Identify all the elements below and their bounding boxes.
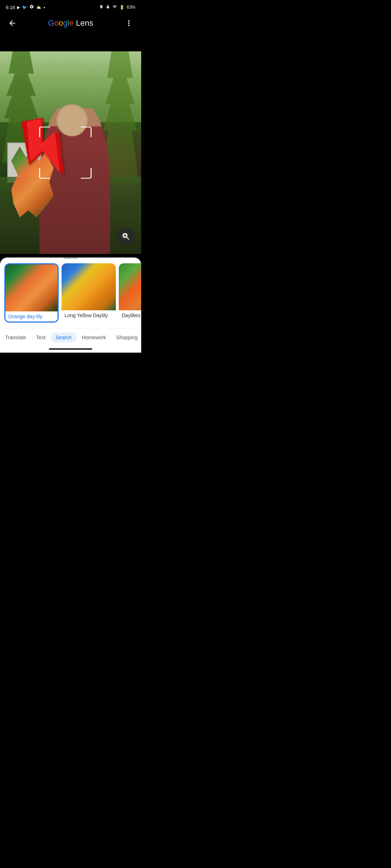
result-card-2[interactable]: Long Yellow Daylily (62, 263, 116, 323)
notifications-off-icon (106, 5, 110, 10)
weather-icon: ⛅ (36, 5, 41, 10)
status-right: 🔋 63% (99, 5, 135, 10)
tab-text[interactable]: Text (31, 332, 51, 342)
home-bar (49, 348, 92, 350)
battery-icon: 🔋 (119, 5, 125, 10)
tab-text-label: Text (36, 335, 46, 340)
tab-translate-label: Translate (5, 335, 26, 340)
result-card-3[interactable]: Daylilies (119, 263, 141, 323)
result-label-1: Orange day-lily (5, 311, 58, 322)
status-bar: 6:18 ▶ 🐦 ⛅ ● 🔋 63% (0, 0, 141, 13)
scan-corner-bl (39, 168, 50, 179)
svg-point-2 (124, 234, 126, 237)
twitter-icon: 🐦 (22, 5, 27, 10)
results-row[interactable]: Orange day-lily Long Yellow Daylily Dayl… (0, 263, 141, 328)
more-options-button[interactable] (122, 17, 135, 30)
scan-overlay-box (39, 127, 92, 179)
result-label-3: Daylilies (119, 310, 141, 320)
top-bar: Google Lens (0, 13, 141, 33)
youtube-icon: ▶ (17, 5, 20, 10)
app-title: Google Lens (48, 18, 93, 28)
tab-translate[interactable]: Translate (0, 332, 31, 342)
tab-homework-label: Homework (82, 335, 106, 340)
bottom-sheet: Orange day-lily Long Yellow Daylily Dayl… (0, 258, 141, 353)
result-image-2 (62, 263, 116, 310)
scan-corner-tr (81, 127, 92, 137)
scan-corner-br (81, 168, 92, 179)
location-icon (99, 5, 104, 10)
tab-search[interactable]: Search (51, 332, 77, 342)
home-indicator (0, 345, 141, 353)
tab-shopping-label: Shopping (116, 335, 138, 340)
back-button[interactable] (6, 17, 19, 30)
dot-indicator: ● (43, 6, 45, 9)
tab-search-label: Search (56, 335, 72, 340)
wifi-icon (112, 5, 117, 10)
battery-percent: 63% (127, 5, 135, 10)
settings-icon (29, 4, 34, 10)
bottom-tabs: Translate Text Search Homework Shopping (0, 328, 141, 345)
camera-image[interactable] (0, 51, 141, 254)
tab-shopping[interactable]: Shopping (111, 332, 141, 342)
tab-homework[interactable]: Homework (77, 332, 111, 342)
time-display: 6:18 (6, 5, 15, 10)
result-label-2: Long Yellow Daylily (62, 310, 116, 320)
status-left: 6:18 ▶ 🐦 ⛅ ● (6, 4, 45, 10)
scan-corner-tl (39, 127, 50, 137)
result-card-1[interactable]: Orange day-lily (4, 263, 59, 323)
sheet-handle (63, 258, 78, 259)
top-black-space (0, 33, 141, 51)
result-image-1 (5, 264, 58, 311)
lens-search-button[interactable] (117, 227, 135, 246)
result-image-3 (119, 263, 141, 310)
